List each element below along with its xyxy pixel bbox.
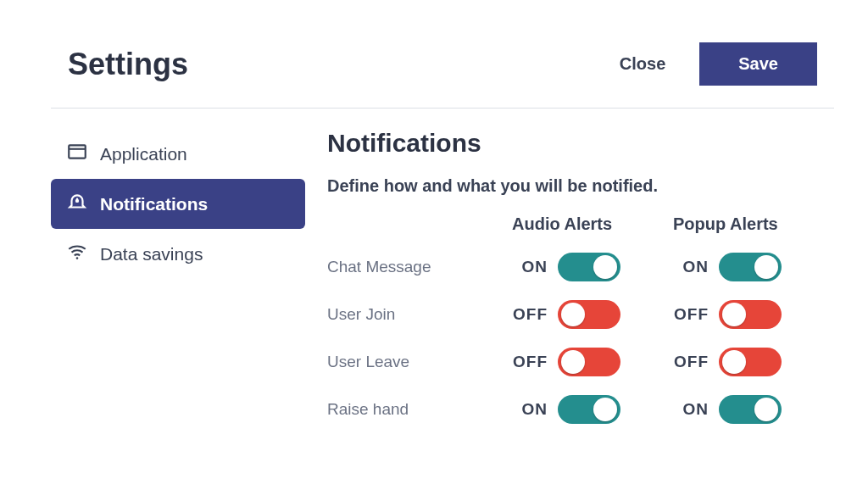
- toggle-chat-audio[interactable]: [558, 253, 620, 281]
- svg-point-4: [76, 257, 79, 259]
- page-title: Settings: [68, 47, 188, 82]
- toggle-join-popup[interactable]: [719, 300, 782, 329]
- cell-leave-popup: OFF: [673, 348, 834, 376]
- header-actions: Close Save: [620, 42, 817, 86]
- sidebar-item-label: Data savings: [100, 244, 203, 264]
- settings-page: Settings Close Save Application Notifica…: [0, 0, 868, 501]
- column-header-popup: Popup Alerts: [673, 214, 834, 234]
- state-label: OFF: [673, 353, 709, 371]
- body: Application Notifications Data savings N…: [51, 109, 834, 424]
- wifi-icon: [66, 241, 88, 267]
- content: Notifications Define how and what you wi…: [305, 129, 834, 424]
- toggle-raise-audio[interactable]: [558, 395, 620, 424]
- header: Settings Close Save: [51, 25, 834, 108]
- toggle-knob: [754, 255, 778, 279]
- bell-icon: [66, 191, 88, 217]
- column-header-audio: Audio Alerts: [512, 214, 673, 234]
- state-label: OFF: [673, 305, 709, 324]
- state-label: ON: [673, 258, 709, 276]
- state-label: ON: [512, 258, 548, 276]
- toggle-join-audio[interactable]: [558, 300, 620, 329]
- state-label: OFF: [512, 305, 548, 324]
- toggle-raise-popup[interactable]: [719, 395, 782, 424]
- toggle-knob: [593, 255, 617, 279]
- cell-raise-audio: ON: [512, 395, 673, 424]
- sidebar-item-label: Notifications: [100, 194, 208, 214]
- row-label-raise-hand: Raise hand: [327, 400, 512, 419]
- toggle-grid: Audio Alerts Popup Alerts Chat Message O…: [327, 214, 834, 424]
- toggle-knob: [754, 398, 778, 421]
- cell-join-audio: OFF: [512, 300, 673, 329]
- toggle-knob: [722, 303, 746, 326]
- toggle-knob: [561, 303, 585, 326]
- toggle-leave-audio[interactable]: [558, 348, 620, 376]
- sidebar-item-data-savings[interactable]: Data savings: [51, 229, 305, 279]
- cell-chat-audio: ON: [512, 253, 673, 281]
- toggle-knob: [722, 350, 746, 374]
- state-label: ON: [673, 400, 709, 419]
- row-label-user-leave: User Leave: [327, 353, 512, 371]
- toggle-knob: [593, 398, 617, 421]
- sidebar: Application Notifications Data savings: [51, 129, 305, 424]
- toggle-chat-popup[interactable]: [719, 253, 782, 281]
- section-title: Notifications: [327, 129, 834, 158]
- cell-raise-popup: ON: [673, 395, 834, 424]
- cell-leave-audio: OFF: [512, 348, 673, 376]
- sidebar-item-label: Application: [100, 144, 187, 164]
- application-icon: [66, 141, 88, 167]
- sidebar-item-notifications[interactable]: Notifications: [51, 179, 305, 229]
- sidebar-item-application[interactable]: Application: [51, 129, 305, 179]
- toggle-knob: [561, 350, 585, 374]
- svg-rect-0: [69, 145, 86, 158]
- close-button[interactable]: Close: [620, 54, 665, 74]
- state-label: ON: [512, 400, 548, 419]
- state-label: OFF: [512, 353, 548, 371]
- row-label-chat-message: Chat Message: [327, 258, 512, 276]
- cell-chat-popup: ON: [673, 253, 834, 281]
- save-button[interactable]: Save: [699, 42, 817, 86]
- toggle-leave-popup[interactable]: [719, 348, 782, 376]
- row-label-user-join: User Join: [327, 305, 512, 324]
- section-desc: Define how and what you will be notified…: [327, 176, 834, 196]
- cell-join-popup: OFF: [673, 300, 834, 329]
